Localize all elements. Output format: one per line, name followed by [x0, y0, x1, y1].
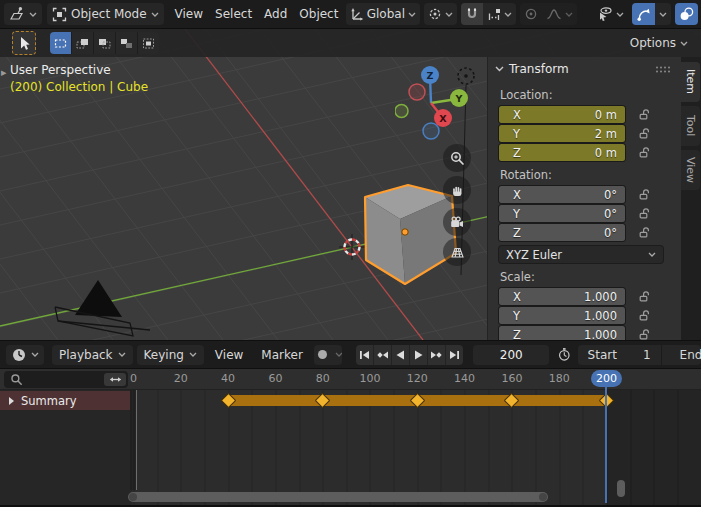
options-dropdown[interactable]: Options	[625, 32, 693, 54]
rotation-y-lock[interactable]	[625, 207, 663, 220]
location-z-row: Z 0 m	[499, 144, 681, 161]
rotation-x-lock[interactable]	[625, 188, 663, 201]
rotation-x-field[interactable]: X 0°	[499, 186, 625, 203]
active-tool-select-box[interactable]	[12, 31, 36, 55]
location-y-lock[interactable]	[625, 127, 663, 140]
scrollbar-right-handle[interactable]	[539, 493, 547, 501]
current-frame-badge[interactable]: 200	[591, 370, 622, 387]
object-type-visibility-dropdown[interactable]	[593, 3, 628, 25]
current-frame-field[interactable]: 200	[473, 345, 549, 365]
unlock-icon	[638, 309, 651, 322]
menu-add[interactable]: Add	[258, 3, 293, 25]
ruler-tick: 20	[174, 372, 188, 385]
transform-panel-header[interactable]: Transform	[495, 57, 681, 81]
playhead[interactable]	[605, 387, 607, 503]
location-y-field[interactable]: Y 2 m	[499, 125, 625, 142]
gizmos-settings-dropdown[interactable]	[655, 3, 671, 25]
scale-y-row: Y 1.000	[499, 307, 681, 324]
scale-z-lock[interactable]	[625, 328, 663, 340]
gizmo-arrow-icon	[636, 7, 651, 22]
chevron-down-icon	[408, 12, 416, 17]
pivot-point-dropdown[interactable]	[424, 3, 457, 25]
disclosure-triangle-icon[interactable]	[9, 397, 14, 405]
snap-toggle[interactable]	[461, 3, 483, 25]
prev-keyframe-button[interactable]	[374, 345, 392, 365]
horizontal-scrollbar[interactable]	[128, 492, 548, 502]
scale-z-field[interactable]: Z 1.000	[499, 326, 625, 340]
play-button[interactable]	[410, 345, 428, 365]
keying-dropdown[interactable]: Keying	[137, 345, 204, 365]
timeline-menu-marker[interactable]: Marker	[254, 345, 309, 365]
jump-to-end-button[interactable]	[446, 345, 463, 365]
snap-settings-dropdown[interactable]	[483, 3, 516, 25]
timeline-ruler[interactable]: 020406080100120140160180 200	[0, 369, 701, 390]
tab-item[interactable]: Item	[681, 62, 700, 102]
keyframe-area[interactable]	[130, 390, 701, 505]
zoom-view-button[interactable]	[443, 144, 471, 172]
end-frame-field[interactable]: End	[662, 345, 701, 365]
auto-keying-settings-dropdown[interactable]	[331, 345, 342, 365]
rotation-z-field[interactable]: Z 0°	[499, 224, 625, 241]
overlays-icon	[679, 7, 694, 22]
tab-view[interactable]: View	[681, 150, 700, 190]
mode-dropdown[interactable]: Object Mode	[47, 3, 164, 25]
channel-list: Summary	[0, 390, 130, 505]
camera-view-button[interactable]	[443, 208, 471, 236]
snapping-group	[461, 3, 516, 25]
show-gizmos-group	[632, 3, 671, 25]
rotation-z-lock[interactable]	[625, 226, 663, 239]
location-z-field[interactable]: Z 0 m	[499, 144, 625, 161]
rotation-y-field[interactable]: Y 0°	[499, 205, 625, 222]
start-frame-field[interactable]: Start 1	[578, 345, 662, 365]
select-mode-invert[interactable]	[116, 32, 138, 54]
show-gizmos-toggle[interactable]	[632, 3, 655, 25]
next-keyframe-button[interactable]	[428, 345, 446, 365]
unlock-icon	[638, 207, 651, 220]
stopwatch-icon[interactable]	[557, 346, 572, 363]
toolbar-expand-icon[interactable]: ▸	[1, 66, 7, 79]
select-mode-set[interactable]	[50, 32, 72, 54]
menu-select[interactable]: Select	[209, 3, 258, 25]
ruler-tick: 140	[454, 372, 475, 385]
auto-keying-toggle[interactable]	[314, 345, 331, 365]
ruler-tick: 100	[360, 372, 381, 385]
timeline-menu-view[interactable]: View	[208, 345, 250, 365]
perspective-toggle-button[interactable]	[443, 238, 471, 266]
editor-type-button[interactable]	[4, 3, 42, 25]
channel-search-input[interactable]	[4, 371, 128, 388]
proportional-falloff-dropdown[interactable]	[542, 3, 577, 25]
ruler-tick: 180	[549, 372, 570, 385]
location-z-lock[interactable]	[625, 146, 663, 159]
vertical-scrollbar[interactable]	[617, 480, 625, 497]
jump-to-start-button[interactable]	[356, 345, 374, 365]
panel-grip-icon[interactable]	[655, 65, 671, 74]
show-overlays-toggle[interactable]	[675, 3, 698, 25]
gizmo-neg-x	[409, 84, 425, 100]
scrollbar-left-handle[interactable]	[129, 493, 137, 501]
tab-tool[interactable]: Tool	[681, 106, 700, 146]
menu-view[interactable]: View	[169, 3, 209, 25]
transform-orientation-dropdown[interactable]: Global	[346, 3, 420, 25]
summary-channel[interactable]: Summary	[0, 391, 130, 410]
select-mode-intersect[interactable]	[138, 32, 159, 54]
horizontal-range-toggle[interactable]	[104, 373, 126, 386]
playback-dropdown[interactable]: Playback	[52, 345, 133, 365]
play-reverse-button[interactable]	[392, 345, 410, 365]
scale-y-field[interactable]: Y 1.000	[499, 307, 625, 324]
scale-y-lock[interactable]	[625, 309, 663, 322]
navigation-gizmo[interactable]: Z Y X	[395, 60, 475, 144]
select-mode-extend[interactable]	[72, 32, 94, 54]
location-x-field[interactable]: X 0 m	[499, 106, 625, 123]
rotation-x-row: X 0°	[499, 186, 681, 203]
proportional-editing-toggle[interactable]	[520, 3, 542, 25]
location-x-lock[interactable]	[625, 108, 663, 121]
search-icon	[10, 373, 23, 386]
select-mode-subtract[interactable]	[94, 32, 116, 54]
scale-x-field[interactable]: X 1.000	[499, 288, 625, 305]
timeline-editor-type-button[interactable]	[6, 345, 44, 365]
ruler-tick: 60	[268, 372, 282, 385]
rotation-mode-dropdown[interactable]: XYZ Euler	[499, 246, 663, 263]
move-view-button[interactable]	[443, 176, 471, 204]
menu-object[interactable]: Object	[293, 3, 344, 25]
scale-x-lock[interactable]	[625, 290, 663, 303]
